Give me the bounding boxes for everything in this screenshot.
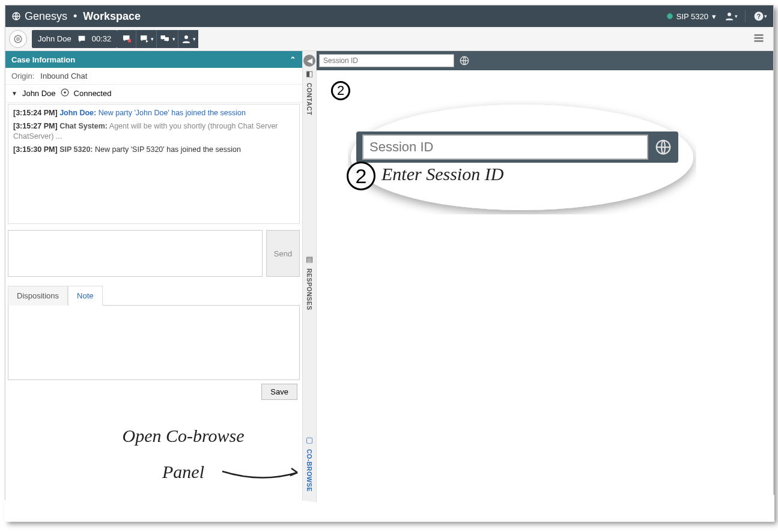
responses-icon: ▤ bbox=[306, 255, 313, 264]
origin-label: Origin: bbox=[11, 71, 34, 80]
connected-icon bbox=[61, 88, 69, 98]
tab-row: Dispositions Note bbox=[8, 285, 300, 306]
session-id-input[interactable] bbox=[319, 54, 454, 67]
collapse-icon: ⌃ bbox=[290, 55, 296, 64]
svg-point-1 bbox=[728, 13, 731, 16]
contact-icon: ◧ bbox=[306, 69, 313, 78]
svg-rect-9 bbox=[755, 40, 764, 42]
interaction-toolbar: John Doe 00:32 ▾ ▾ ▾ bbox=[5, 27, 773, 51]
chat-message: [3:15:27 PM] Chat System: Agent will be … bbox=[13, 121, 294, 142]
svg-text:?: ? bbox=[756, 13, 760, 20]
help-button[interactable]: ? ▾ bbox=[753, 9, 767, 23]
chat-message: [3:15:30 PM] SIP 5320: New party 'SIP 53… bbox=[13, 145, 294, 156]
message-input[interactable] bbox=[8, 230, 263, 277]
end-chat-button[interactable] bbox=[117, 30, 136, 48]
brand-name: Genesys bbox=[25, 10, 67, 23]
collapse-rail-button[interactable]: ◀ bbox=[303, 55, 315, 67]
side-rail: ◀ ◧ CONTACT ▤ RESPONSES ▢ CO-BROWSE bbox=[302, 51, 317, 521]
tab-dispositions[interactable]: Dispositions bbox=[8, 286, 68, 306]
chevron-down-icon: ▾ bbox=[712, 12, 716, 21]
participant-status: Connected bbox=[74, 89, 112, 98]
svg-rect-8 bbox=[755, 37, 764, 38]
origin-value: Inbound Chat bbox=[40, 71, 87, 80]
tab-note[interactable]: Note bbox=[68, 286, 102, 306]
rail-tab-responses[interactable]: RESPONSES bbox=[306, 266, 313, 313]
annotation-badge: 2 bbox=[331, 81, 350, 100]
product-name: Workspace bbox=[83, 10, 141, 23]
rail-tab-contact[interactable]: CONTACT bbox=[306, 80, 313, 118]
send-button[interactable]: Send bbox=[266, 230, 300, 277]
case-info-header[interactable]: Case Information ⌃ bbox=[5, 51, 302, 68]
svg-point-4 bbox=[14, 35, 22, 43]
genesys-icon bbox=[11, 11, 21, 21]
interaction-type-button[interactable] bbox=[9, 30, 27, 48]
timer: 00:32 bbox=[92, 34, 112, 43]
contact-name: John Doe bbox=[38, 34, 71, 43]
chat-transcript[interactable]: [3:15:24 PM] John Doe: New party 'John D… bbox=[8, 104, 300, 224]
cobrowse-icon: ▢ bbox=[306, 435, 313, 444]
svg-point-6 bbox=[184, 35, 188, 39]
brand-logo: Genesys • Workspace bbox=[11, 10, 141, 23]
chat-message: [3:15:24 PM] John Doe: New party 'John D… bbox=[13, 108, 294, 119]
rail-tab-cobrowse[interactable]: CO-BROWSE bbox=[306, 447, 313, 494]
participant-row[interactable]: ▼ John Doe Connected bbox=[5, 85, 302, 103]
session-bar bbox=[317, 51, 773, 70]
menu-button[interactable] bbox=[753, 32, 765, 46]
agent-name: SIP 5320 bbox=[676, 12, 708, 21]
agent-status-dropdown[interactable]: SIP 5320 ▾ bbox=[667, 12, 716, 21]
start-cobrowse-button[interactable] bbox=[458, 54, 471, 67]
case-info-body: Origin: Inbound Chat bbox=[5, 68, 302, 85]
transfer-chat-button[interactable]: ▾ bbox=[136, 30, 157, 48]
participant-name: John Doe bbox=[22, 89, 56, 98]
interaction-pill[interactable]: John Doe 00:32 bbox=[32, 30, 117, 48]
chat-icon bbox=[76, 34, 87, 44]
consult-button[interactable]: ▾ bbox=[157, 30, 178, 48]
party-button[interactable]: ▾ bbox=[178, 30, 198, 48]
note-textarea[interactable] bbox=[8, 306, 300, 380]
svg-point-5 bbox=[17, 38, 19, 40]
status-indicator-icon bbox=[667, 13, 673, 19]
svg-rect-7 bbox=[755, 34, 764, 36]
agent-avatar-button[interactable]: ▾ bbox=[723, 9, 738, 23]
save-button[interactable]: Save bbox=[261, 384, 297, 400]
right-panel bbox=[317, 51, 773, 521]
svg-point-11 bbox=[64, 91, 66, 94]
left-panel: Case Information ⌃ Origin: Inbound Chat … bbox=[5, 51, 302, 521]
chevron-down-icon: ▼ bbox=[11, 90, 17, 97]
app-header: Genesys • Workspace SIP 5320 ▾ ▾ ? ▾ bbox=[5, 5, 773, 27]
